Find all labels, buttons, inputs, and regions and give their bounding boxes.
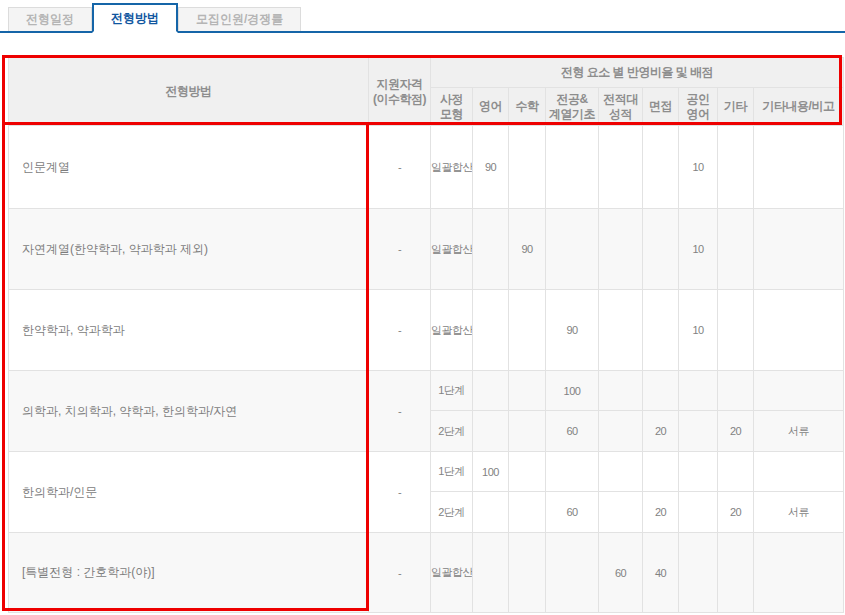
cell-previous-grades [599, 452, 643, 492]
cell-interview: 20 [643, 492, 679, 533]
cell-interview: 20 [643, 411, 679, 452]
cell-previous-grades [599, 209, 643, 290]
cell-english [473, 371, 509, 411]
col-header-previous-grades: 전적대 성적 [599, 88, 643, 126]
cell-certified-english: 10 [679, 209, 718, 290]
table-row: 한의학과/인문 - 1단계 100 [9, 452, 844, 492]
cell-interview: 40 [643, 533, 679, 613]
cell-model: 1단계 [431, 452, 473, 492]
cell-etc: 20 [718, 492, 754, 533]
cell-model: 일괄합산 [431, 126, 473, 209]
cell-major-basics [546, 533, 599, 613]
table-row: 인문계열 - 일괄합산 90 10 [9, 126, 844, 209]
col-header-method: 전형방법 [9, 58, 369, 126]
table-row: 의학과, 치의학과, 약학과, 한의학과/자연 - 1단계 100 [9, 371, 844, 411]
cell-math [509, 492, 546, 533]
cell-math [509, 452, 546, 492]
cell-major-basics: 60 [546, 411, 599, 452]
cell-interview [643, 209, 679, 290]
row-name: 자연계열(한약학과, 약과학과 제외) [9, 209, 369, 290]
cell-english [473, 533, 509, 613]
cell-qualification: - [369, 126, 431, 209]
cell-qualification: - [369, 371, 431, 452]
cell-certified-english [679, 492, 718, 533]
cell-etc-note [754, 126, 844, 209]
cell-certified-english [679, 452, 718, 492]
cell-etc [718, 371, 754, 411]
cell-math [509, 533, 546, 613]
cell-qualification: - [369, 533, 431, 613]
cell-previous-grades: 60 [599, 533, 643, 613]
cell-math [509, 290, 546, 371]
table-row: 한약학과, 약과학과 - 일괄합산 90 10 [9, 290, 844, 371]
cell-etc [718, 209, 754, 290]
tab-admission-method[interactable]: 전형방법 [92, 3, 178, 33]
cell-certified-english [679, 411, 718, 452]
col-header-certified-english: 공인 영어 [679, 88, 718, 126]
cell-model: 일괄합산 [431, 533, 473, 613]
row-name: 한약학과, 약과학과 [9, 290, 369, 371]
tab-recruitment-competition[interactable]: 모집인원/경쟁률 [178, 7, 301, 31]
cell-previous-grades [599, 411, 643, 452]
tab-bar: 전형일정 전형방법 모집인원/경쟁률 [0, 0, 845, 33]
cell-previous-grades [599, 492, 643, 533]
cell-math [509, 126, 546, 209]
cell-previous-grades [599, 126, 643, 209]
col-header-interview: 면접 [643, 88, 679, 126]
cell-etc-note [754, 533, 844, 613]
cell-qualification: - [369, 209, 431, 290]
row-name: 의학과, 치의학과, 약학과, 한의학과/자연 [9, 371, 369, 452]
cell-math [509, 371, 546, 411]
col-header-math: 수학 [509, 88, 546, 126]
cell-etc: 20 [718, 411, 754, 452]
cell-math: 90 [509, 209, 546, 290]
cell-etc-note [754, 452, 844, 492]
cell-certified-english [679, 533, 718, 613]
cell-etc [718, 452, 754, 492]
col-header-model: 사정 모형 [431, 88, 473, 126]
cell-interview [643, 371, 679, 411]
table-row: [특별전형 : 간호학과(야)] - 일괄합산 60 40 [9, 533, 844, 613]
row-name: [특별전형 : 간호학과(야)] [9, 533, 369, 613]
cell-english: 100 [473, 452, 509, 492]
cell-previous-grades [599, 290, 643, 371]
cell-english: 90 [473, 126, 509, 209]
cell-etc-note: 서류 [754, 411, 844, 452]
cell-qualification: - [369, 452, 431, 533]
cell-model: 일괄합산 [431, 290, 473, 371]
cell-interview [643, 452, 679, 492]
cell-english [473, 290, 509, 371]
col-header-etc-note: 기타내용/비고 [754, 88, 844, 126]
tab-admission-schedule[interactable]: 전형일정 [8, 7, 92, 31]
cell-etc-note: 서류 [754, 492, 844, 533]
cell-major-basics [546, 209, 599, 290]
cell-major-basics: 100 [546, 371, 599, 411]
cell-qualification: - [369, 290, 431, 371]
row-name: 한의학과/인문 [9, 452, 369, 533]
cell-etc-note [754, 290, 844, 371]
col-header-etc: 기타 [718, 88, 754, 126]
cell-model: 1단계 [431, 371, 473, 411]
cell-model: 2단계 [431, 411, 473, 452]
cell-etc [718, 290, 754, 371]
admission-method-table: 전형방법 지원자격 (이수학점) 전형 요소 별 반영비율 및 배점 사정 모형… [8, 57, 844, 613]
cell-english [473, 411, 509, 452]
col-header-group: 전형 요소 별 반영비율 및 배점 [431, 58, 844, 88]
table-row: 자연계열(한약학과, 약과학과 제외) - 일괄합산 90 10 [9, 209, 844, 290]
col-header-major-basics: 전공& 계열기초 [546, 88, 599, 126]
cell-interview [643, 290, 679, 371]
col-header-english: 영어 [473, 88, 509, 126]
cell-english [473, 209, 509, 290]
cell-major-basics [546, 126, 599, 209]
cell-interview [643, 126, 679, 209]
cell-model: 2단계 [431, 492, 473, 533]
cell-math [509, 411, 546, 452]
row-name: 인문계열 [9, 126, 369, 209]
cell-previous-grades [599, 371, 643, 411]
cell-certified-english: 10 [679, 290, 718, 371]
cell-certified-english [679, 371, 718, 411]
cell-major-basics: 90 [546, 290, 599, 371]
cell-etc-note [754, 371, 844, 411]
cell-etc [718, 126, 754, 209]
cell-certified-english: 10 [679, 126, 718, 209]
